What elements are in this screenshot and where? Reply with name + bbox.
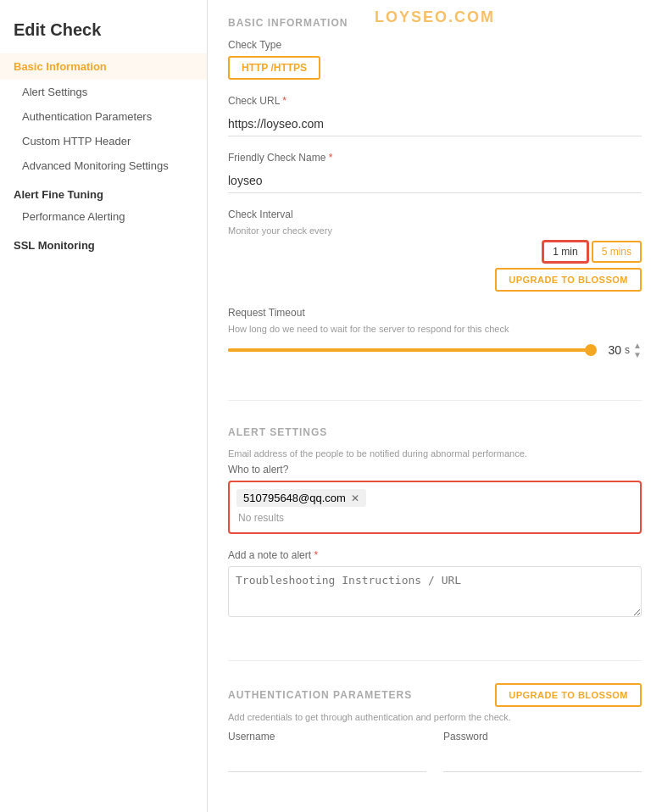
who-to-alert-group: Who to alert? 510795648@qq.com ✕ No resu… [228,464,642,534]
slider-value: 30 [598,343,621,357]
sidebar-group-ssl-monitoring: SSL Monitoring [0,229,207,255]
who-to-alert-box[interactable]: 510795648@qq.com ✕ No results [228,481,642,534]
sidebar-item-advanced-monitoring-settings[interactable]: Advanced Monitoring Settings [0,153,207,178]
interval-options: 1 min 5 mins [542,241,642,263]
request-timeout-label: Request Timeout [228,307,642,319]
slider-value-group: 30 s ▲▼ [598,341,642,359]
divider-1 [228,400,642,401]
auth-params-header: AUTHENTICATION PARAMETERS UPGRADE TO BLO… [208,670,662,712]
no-results-text: No results [236,507,633,526]
sidebar-item-alert-settings[interactable]: Alert Settings [0,80,207,104]
check-interval-group: Check Interval Monitor your check every … [228,209,642,292]
check-interval-label: Check Interval [228,209,642,220]
email-tag-value: 510795648@qq.com [243,492,346,504]
check-type-label: Check Type [228,39,642,51]
sidebar-item-performance-alerting[interactable]: Performance Alerting [0,204,207,229]
note-to-alert-group: Add a note to alert * [228,549,642,620]
note-to-alert-label: Add a note to alert * [228,549,642,561]
friendly-name-label: Friendly Check Name * [228,152,642,164]
slider-fill [228,348,537,352]
watermark: LOYSEO.COM [375,8,495,26]
request-timeout-sublabel: How long do we need to wait for the serv… [228,324,642,334]
username-label: Username [228,731,426,742]
basic-information-section: Check Type HTTP /HTTPS Check URL * Frien… [208,39,662,392]
alert-settings-section: Email address of the people to be notifi… [208,448,662,652]
upgrade-to-blossom-button-interval[interactable]: UPGRADE TO BLOSSOM [495,268,642,292]
slider-thumb [585,344,597,356]
slider-stepper[interactable]: ▲▼ [633,341,642,359]
remove-email-button[interactable]: ✕ [351,492,359,504]
check-type-group: Check Type HTTP /HTTPS [228,39,642,80]
username-password-row: Username Password [208,731,662,787]
interval-5mins-button[interactable]: 5 mins [592,241,642,263]
note-textarea[interactable] [228,566,642,617]
upgrade-to-blossom-button-auth[interactable]: UPGRADE TO BLOSSOM [495,683,642,707]
auth-params-heading: AUTHENTICATION PARAMETERS [228,689,412,701]
request-timeout-group: Request Timeout How long do we need to w… [228,307,642,359]
slider-track[interactable] [228,348,591,352]
sidebar-item-authentication-parameters[interactable]: Authentication Parameters [0,104,207,129]
sidebar-group-alert-fine-tuning: Alert Fine Tuning [0,178,207,204]
interval-1min-button[interactable]: 1 min [542,241,587,263]
username-group: Username [228,731,426,772]
check-interval-sublabel: Monitor your check every [228,225,642,236]
check-url-label: Check URL * [228,95,642,107]
auth-sublabel: Add credentials to get through authentic… [208,712,662,731]
password-input[interactable] [443,748,642,772]
friendly-name-input[interactable] [228,169,642,193]
slider-row: 30 s ▲▼ [228,341,642,359]
divider-2 [228,660,642,661]
alert-settings-heading: ALERT SETTINGS [208,409,662,448]
check-type-button[interactable]: HTTP /HTTPS [228,56,320,80]
check-url-group: Check URL * [228,95,642,136]
sidebar-item-basic-information[interactable]: Basic Information [0,53,207,80]
main-content: LOYSEO.COM BASIC INFORMATION Check Type … [208,0,662,812]
username-input[interactable] [228,748,426,772]
slider-unit: s [625,344,630,356]
alert-settings-sublabel: Email address of the people to be notifi… [228,448,642,459]
who-to-alert-label: Who to alert? [228,464,642,476]
password-group: Password [443,731,642,772]
timeout-slider-container: 30 s ▲▼ [228,341,642,359]
sidebar-item-custom-http-header[interactable]: Custom HTTP Header [0,129,207,153]
sidebar-title: Edit Check [0,14,207,53]
upgrade-row-interval: UPGRADE TO BLOSSOM [228,268,642,292]
email-tag: 510795648@qq.com ✕ [236,489,366,507]
password-label: Password [443,731,642,742]
sidebar: Edit Check Basic Information Alert Setti… [0,0,208,812]
interval-options-row: 1 min 5 mins [228,241,642,263]
friendly-name-group: Friendly Check Name * [228,152,642,193]
check-url-input[interactable] [228,112,642,136]
